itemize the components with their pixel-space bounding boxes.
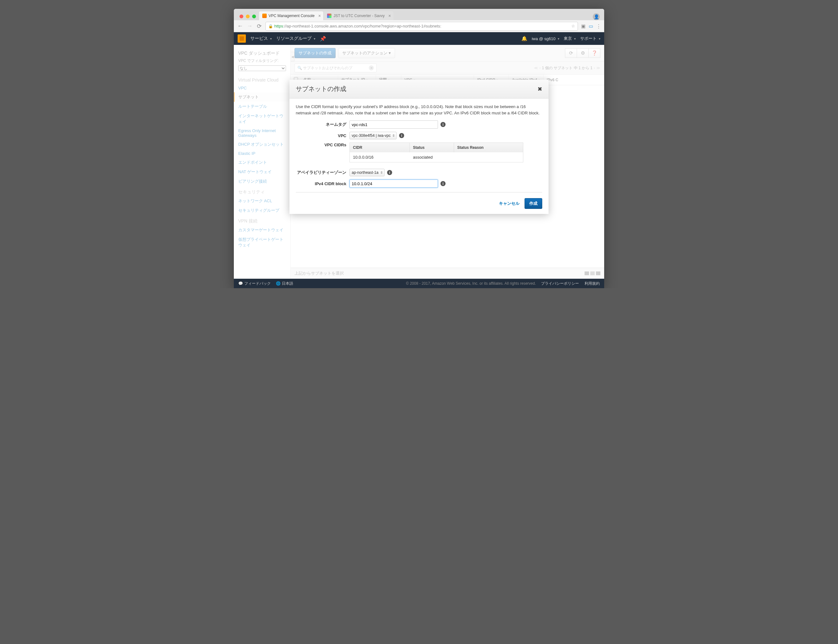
window-close-dot[interactable] xyxy=(240,15,243,18)
tab-close-icon[interactable]: × xyxy=(388,13,391,18)
pin-icon[interactable]: 📌 xyxy=(320,36,326,42)
name-tag-label: ネームタグ xyxy=(296,122,350,127)
info-icon[interactable]: i xyxy=(399,133,404,138)
ipv4-cidr-label: IPv4 CIDR block xyxy=(296,181,350,186)
window-minimize-dot[interactable] xyxy=(246,15,250,18)
feedback-link[interactable]: フィードバック xyxy=(238,281,271,286)
savvy-favicon-icon xyxy=(327,13,332,18)
tab-title: JST to UTC Converter - Savvy xyxy=(334,13,384,18)
bookmark-star-icon[interactable]: ☆ xyxy=(571,24,575,28)
lock-icon: 🔒 xyxy=(268,24,273,28)
create-subnet-dialog: サブネットの作成 ✖ Use the CIDR format to specif… xyxy=(289,80,549,214)
info-icon[interactable]: i xyxy=(440,181,445,186)
address-bar[interactable]: 🔒 https://ap-northeast-1.console.aws.ama… xyxy=(265,22,578,31)
vpc-label: VPC xyxy=(296,133,350,138)
tab-jst-utc[interactable]: JST to UTC Converter - Savvy × xyxy=(324,12,393,20)
aws-logo-icon[interactable] xyxy=(238,34,246,43)
ipv4-cidr-input[interactable] xyxy=(350,179,438,188)
copyright-text: © 2008 - 2017, Amazon Web Services, Inc.… xyxy=(406,281,536,286)
create-button[interactable]: 作成 xyxy=(524,198,542,209)
privacy-link[interactable]: プライバシーポリシー xyxy=(541,281,579,286)
support-menu[interactable]: サポート xyxy=(580,36,600,41)
tab-vpc-console[interactable]: VPC Management Console × xyxy=(259,12,323,20)
notifications-icon[interactable]: 🔔 xyxy=(521,36,527,41)
resource-groups-menu[interactable]: リソースグループ xyxy=(276,36,315,41)
terms-link[interactable]: 利用規約 xyxy=(585,281,600,286)
tab-title: VPC Management Console xyxy=(269,13,314,18)
vpc-select[interactable]: vpc-308e4f54 | iwa-vpc xyxy=(350,132,396,140)
dialog-description: Use the CIDR format to specify your subn… xyxy=(296,104,542,116)
profile-icon[interactable]: 👤 xyxy=(593,13,600,20)
tab-close-icon[interactable]: × xyxy=(318,13,321,18)
url-rest: ://ap-northeast-1.console.aws.amazon.com… xyxy=(283,24,441,28)
back-icon[interactable]: ← xyxy=(237,23,243,30)
forward-icon: → xyxy=(246,23,253,30)
region-menu[interactable]: 東京 xyxy=(564,36,576,41)
info-icon[interactable]: i xyxy=(387,170,392,175)
reason-col-header: Status Reason xyxy=(454,143,523,152)
az-select[interactable]: ap-northeast-1a xyxy=(350,169,384,176)
vpc-cidrs-label: VPC CIDRs xyxy=(296,143,350,147)
name-tag-input[interactable] xyxy=(350,120,438,129)
extension-icon[interactable]: ▣ xyxy=(581,23,585,29)
info-icon[interactable]: i xyxy=(440,122,445,127)
status-cell: associated xyxy=(410,152,454,162)
window-zoom-dot[interactable] xyxy=(252,15,256,18)
status-col-header: Status xyxy=(410,143,454,152)
account-menu[interactable]: iwa @ sg610 xyxy=(532,36,559,41)
cancel-button[interactable]: キャンセル xyxy=(499,200,519,206)
extension-icon[interactable]: ▭ xyxy=(589,23,593,29)
services-menu[interactable]: サービス xyxy=(250,36,272,41)
vpc-cidrs-table: CIDR Status Status Reason 10.0.0.0/16 as… xyxy=(350,143,523,163)
menu-icon[interactable]: ⋮ xyxy=(596,23,601,29)
reason-cell xyxy=(454,152,523,162)
dialog-close-icon[interactable]: ✖ xyxy=(537,85,542,93)
table-row: 10.0.0.0/16 associated xyxy=(350,152,523,162)
reload-icon[interactable]: ⟳ xyxy=(256,23,262,30)
cidr-col-header: CIDR xyxy=(350,143,410,152)
language-link[interactable]: 日本語 xyxy=(276,281,293,286)
url-scheme: https xyxy=(274,24,283,28)
dialog-title: サブネットの作成 xyxy=(296,85,346,93)
cidr-cell: 10.0.0.0/16 xyxy=(350,152,410,162)
az-label: アベイラビリティーゾーン xyxy=(296,170,350,176)
aws-favicon-icon xyxy=(262,13,267,18)
